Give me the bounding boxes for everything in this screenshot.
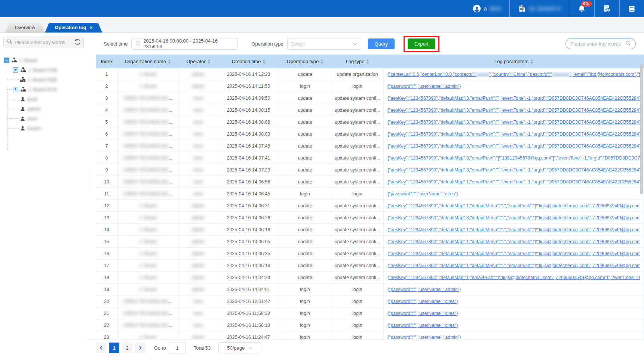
log-parameters-link[interactable]: {"aesKey":"1234567890","defaultMap":3,"e… [387, 108, 640, 113]
sort-icon[interactable] [263, 59, 266, 64]
log-parameters-link[interactable]: {"aesKey":"1234567890","defaultMap":3,"e… [387, 155, 640, 161]
log-parameters-link[interactable]: {"password":"","userName":"cires"} [387, 311, 640, 316]
page-button-2[interactable]: 2 [122, 343, 132, 353]
collapse-node-icon[interactable]: − [4, 58, 9, 63]
cell-creation-time: 2025-04-16 14:06:26 [218, 212, 279, 223]
sort-icon[interactable] [208, 59, 211, 64]
keyword-search-input[interactable] [570, 41, 623, 47]
log-parameters-link[interactable]: {"aesKey":"1234567890","defaultMap":3,"e… [387, 167, 640, 173]
log-parameters-link[interactable]: {"aesKey":"1234567890","defaultMap":1,"e… [387, 275, 640, 280]
toolbar: Select time 2025-04-16 00:00:00 - 2025-0… [87, 33, 644, 55]
param-segment: {"password":"","userName":"admin"} [387, 335, 461, 340]
sort-desc-icon [366, 62, 369, 64]
time-range-picker[interactable]: 2025-04-16 00:00:00 - 2025-04-16 23:59:5… [131, 38, 238, 50]
cell-operation-type: login [279, 188, 331, 199]
header-cell-operator[interactable]: Operator [178, 55, 218, 68]
log-parameters-link[interactable]: {"password":"","userName":"admin"} [387, 287, 640, 292]
page-button-1[interactable]: 1 [109, 343, 119, 353]
log-parameters-link[interactable]: {"aesKey":"1234567890","defaultMap":1,"d… [387, 251, 640, 256]
prev-page-button[interactable] [96, 343, 106, 353]
tree-node[interactable]: +J. Board CN5 [13, 65, 87, 75]
notifications-button[interactable]: 99+ [569, 0, 594, 17]
log-parameters-link[interactable]: {"password":"","userName":"cires"} [387, 323, 640, 328]
header-cell-log-parameters[interactable]: Log parameters [384, 55, 644, 68]
cell-operator: admin [178, 248, 218, 259]
cell-index: 9 [96, 164, 117, 176]
blurred-operator: cires [193, 96, 203, 101]
header-cell-log-type[interactable]: Log type [331, 55, 384, 68]
log-parameters-link[interactable]: {"aesKey":"1234567890","defaultMap":1,"d… [387, 239, 640, 244]
table-scrollbar[interactable] [640, 64, 643, 194]
cell-log-parameters: {"aesKey":"1234567890","defaultMap":3,"e… [384, 116, 644, 128]
org-switcher[interactable]: Sz Jointech € [510, 0, 569, 17]
header-cell-operation-type[interactable]: Operation type [279, 55, 331, 68]
cell-creation-time: 2025-04-16 14:05:16 [218, 260, 279, 271]
cell-operation-type: update [279, 224, 331, 235]
tab-overview[interactable]: Overview [5, 23, 45, 32]
sort-icon[interactable] [168, 59, 171, 64]
param-segment: ","country":"China","descInfo":" [489, 72, 552, 77]
tab-overview-label: Overview [15, 25, 35, 30]
blurred-operator: admin [192, 72, 205, 77]
operation-type-placeholder: Select [291, 41, 305, 47]
log-parameters-link[interactable]: {"aesKey":"1234567890","defaultMap":3,"d… [387, 215, 640, 220]
param-segment: ","email":"lixz@joincontrols.com","f... [570, 72, 640, 77]
cell-organization-name: CIRES TECHNOLOG... [117, 116, 178, 128]
org-icon [20, 77, 26, 83]
log-parameters-link[interactable]: {"aesKey":"1234567890","defaultMap":1,"d… [387, 203, 640, 208]
ellipsis: ... [168, 96, 172, 101]
goto-input[interactable] [169, 343, 186, 353]
sort-icon[interactable] [321, 59, 323, 64]
sidebar-search-input[interactable] [15, 40, 72, 45]
sort-icon[interactable] [530, 59, 533, 64]
tree-node[interactable]: −J. Board [4, 55, 87, 65]
export-button[interactable]: Export [408, 38, 435, 49]
tree-node[interactable]: J. Board HQ5 [20, 75, 87, 84]
header-cell-organization-name[interactable]: Organization name [117, 55, 178, 68]
operation-log-table: IndexOrganization nameOperatorCreation t… [96, 55, 644, 340]
tab-operation-log[interactable]: Operation log × [45, 23, 102, 32]
log-parameters-link[interactable]: {"password":"","userName":"cires"} [387, 299, 640, 304]
search-icon [7, 39, 12, 46]
log-parameters-link[interactable]: {"aesKey":"1234567890","defaultMap":1,"d… [387, 263, 640, 268]
log-parameters-link[interactable]: {"centerLat":0.0,"centerLon":0.0,"contac… [387, 72, 640, 77]
tree-node[interactable]: wuzr [20, 114, 87, 123]
log-parameters-link[interactable]: {"aesKey":"1234567890","defaultMap":1,"e… [387, 179, 640, 185]
page-size-select[interactable]: 50/page [218, 342, 261, 353]
tree-node[interactable]: lucwm [20, 123, 87, 133]
blurred-node-label: J. Board EU5 [28, 87, 57, 92]
cell-operation-type: update [279, 176, 331, 188]
cell-creation-time: 2025-04-16 14:06:45 [218, 188, 279, 199]
user-name-blurred: dmin [490, 6, 501, 12]
tree-node[interactable]: admin [20, 104, 87, 114]
header-cell-creation-time[interactable]: Creation time [218, 55, 279, 68]
log-parameters-link[interactable]: {"aesKey":"1234567890","defaultMap":3,"e… [387, 143, 640, 149]
tree-node[interactable]: +J. Board EU5 [13, 84, 87, 94]
sort-icon[interactable] [366, 59, 369, 64]
cell-log-type: login [331, 319, 384, 331]
header-label: Creation time [232, 59, 261, 64]
log-parameters-link[interactable]: {"password":"","userName":"admin"} [387, 335, 640, 340]
audit-log-button[interactable] [595, 0, 619, 17]
log-parameters-link[interactable]: {"password":"","userName":"cires"} [387, 191, 640, 196]
next-page-button[interactable] [135, 343, 145, 353]
expand-node-icon[interactable]: + [13, 67, 18, 73]
query-button[interactable]: Query [368, 38, 395, 49]
log-parameters-link[interactable]: {"aesKey":"1234567890","defaultMap":3,"e… [387, 120, 640, 125]
expand-node-icon[interactable]: + [13, 87, 18, 92]
manual-button[interactable] [620, 0, 644, 17]
log-parameters-link[interactable]: {"aesKey":"1234567890","defaultMap":3,"e… [387, 96, 640, 101]
log-parameters-link[interactable]: {"aesKey":"1234567890","defaultMap":1,"d… [387, 227, 640, 232]
operation-type-select[interactable]: Select [287, 38, 361, 50]
building-icon [518, 4, 526, 13]
search-icon[interactable] [625, 40, 631, 47]
user-menu[interactable]: admin [464, 0, 509, 17]
tab-close-icon[interactable]: × [90, 23, 93, 32]
log-parameters-link[interactable]: {"aesKey":"1234567890","defaultMap":3,"e… [387, 131, 640, 137]
user-icon [20, 96, 25, 102]
refresh-icon[interactable] [74, 39, 80, 46]
table-row: 20CIRES TECHNOLOG...cires2025-04-16 12:0… [96, 295, 644, 307]
log-parameters-link[interactable]: {"password":"","userName":"admin"} [387, 84, 640, 89]
page-buttons: 12 [109, 343, 132, 353]
tree-node[interactable]: jtzsb [20, 94, 87, 104]
